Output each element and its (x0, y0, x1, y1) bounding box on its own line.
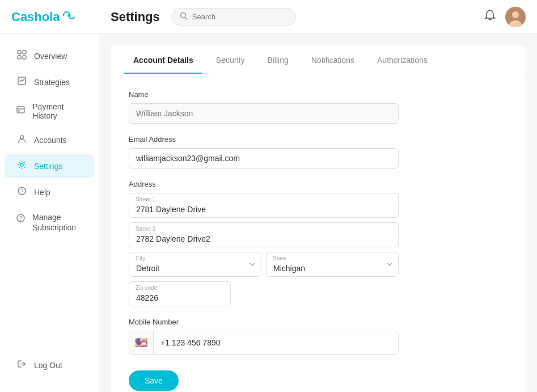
logo-text: Cashola (11, 10, 60, 24)
sidebar-item-logout[interactable]: Log Out (5, 353, 94, 377)
sidebar-item-logout-label: Log Out (34, 361, 62, 370)
zip-wrapper: Zip code (129, 281, 231, 306)
topbar-right (484, 7, 526, 27)
zip-wrapper-outer: Zip code (129, 281, 231, 306)
save-button[interactable]: Save (129, 370, 179, 391)
svg-text:?: ? (20, 188, 24, 195)
mobile-group: Mobile Number 🇺🇸 (129, 318, 399, 355)
address-fields: Street 1 Street 2 City Detroit (129, 193, 399, 306)
content-inner: Account Details Security Billing Notific… (111, 45, 526, 392)
sidebar-item-help-label: Help (34, 188, 50, 197)
svg-point-15 (20, 163, 23, 166)
mobile-input[interactable] (154, 333, 398, 352)
phone-input-wrap: 🇺🇸 (129, 331, 399, 355)
sidebar: Overview Strategies Payment History Acco… (0, 34, 99, 392)
sidebar-item-strategies[interactable]: Strategies (5, 70, 94, 94)
account-details-form: Name Email Address Address Street 1 (111, 74, 417, 392)
svg-line-2 (185, 18, 187, 20)
logo-icon (62, 10, 75, 23)
sidebar-item-manage-subscription-label: Manage Subscription (32, 212, 83, 233)
city-float-label: City (136, 255, 145, 262)
street2-wrapper: Street 2 (129, 222, 399, 247)
page-title: Settings (111, 10, 160, 24)
sidebar-bottom: Log Out (0, 352, 99, 383)
sidebar-item-payment-history-label: Payment History (32, 102, 83, 120)
tab-account-details[interactable]: Account Details (124, 45, 202, 74)
logo: Cashola (11, 10, 111, 24)
street1-wrapper: Street 1 (129, 193, 399, 218)
manage-subscription-icon: ? (16, 213, 26, 226)
street2-float-label: Street 2 (136, 226, 155, 232)
content: Account Details Security Billing Notific… (99, 34, 537, 392)
avatar[interactable] (505, 7, 526, 27)
state-wrapper: State Michigan Ohio Indiana Illinois Wis… (266, 252, 399, 277)
tab-billing[interactable]: Billing (258, 45, 297, 74)
email-group: Email Address (129, 135, 399, 168)
sidebar-item-accounts-label: Accounts (34, 136, 67, 145)
notification-bell-icon[interactable] (484, 9, 496, 24)
logout-icon (16, 359, 27, 372)
sidebar-item-strategies-label: Strategies (34, 78, 70, 87)
tab-notifications[interactable]: Notifications (302, 45, 363, 74)
tab-authorizations[interactable]: Authorizations (368, 45, 437, 74)
sidebar-item-overview-label: Overview (34, 52, 67, 61)
svg-rect-9 (23, 56, 26, 59)
name-input[interactable] (129, 103, 399, 124)
svg-point-14 (20, 136, 23, 139)
help-icon: ? (16, 186, 27, 199)
payment-history-icon (16, 105, 26, 117)
name-label: Name (129, 90, 399, 99)
street1-float-label: Street 1 (136, 196, 155, 203)
mobile-label: Mobile Number (129, 318, 399, 326)
svg-point-0 (67, 14, 70, 17)
main-layout: Overview Strategies Payment History Acco… (0, 34, 537, 392)
sidebar-item-help[interactable]: ? Help (5, 180, 94, 204)
overview-icon (16, 50, 27, 62)
svg-rect-7 (23, 50, 26, 54)
tab-security[interactable]: Security (207, 45, 254, 74)
tabs: Account Details Security Billing Notific… (111, 45, 526, 74)
settings-icon (16, 160, 27, 172)
search-input[interactable] (192, 12, 287, 21)
city-state-row: City Detroit Grand Rapids Warren Sterlin… (129, 252, 399, 277)
sidebar-item-settings-label: Settings (34, 162, 63, 171)
svg-text:?: ? (19, 216, 23, 222)
address-label: Address (129, 180, 399, 188)
city-select[interactable]: Detroit Grand Rapids Warren Sterling Hei… (129, 252, 261, 277)
search-icon (180, 12, 188, 22)
address-group: Address Street 1 Street 2 City (129, 180, 399, 306)
svg-rect-13 (18, 111, 20, 112)
accounts-icon (16, 134, 27, 146)
svg-rect-6 (18, 50, 21, 54)
svg-rect-8 (18, 56, 21, 59)
street1-input[interactable] (129, 193, 399, 218)
svg-rect-11 (17, 107, 24, 113)
phone-flag: 🇺🇸 (129, 331, 154, 354)
sidebar-item-overview[interactable]: Overview (5, 44, 94, 68)
sidebar-item-payment-history[interactable]: Payment History (5, 96, 94, 126)
email-input[interactable] (129, 148, 399, 168)
strategies-icon (16, 76, 27, 88)
street2-input[interactable] (129, 222, 399, 247)
sidebar-item-manage-subscription[interactable]: ? Manage Subscription (5, 206, 94, 238)
city-wrapper: City Detroit Grand Rapids Warren Sterlin… (129, 252, 261, 277)
zip-float-label: Zip code (136, 285, 157, 291)
sidebar-item-settings[interactable]: Settings (5, 154, 94, 178)
topbar: Cashola Settings (0, 0, 537, 34)
email-label: Email Address (129, 135, 399, 144)
svg-point-4 (512, 11, 519, 18)
state-float-label: State (273, 255, 286, 262)
search-bar[interactable] (171, 8, 296, 26)
name-group: Name (129, 90, 399, 124)
sidebar-item-accounts[interactable]: Accounts (5, 128, 94, 152)
